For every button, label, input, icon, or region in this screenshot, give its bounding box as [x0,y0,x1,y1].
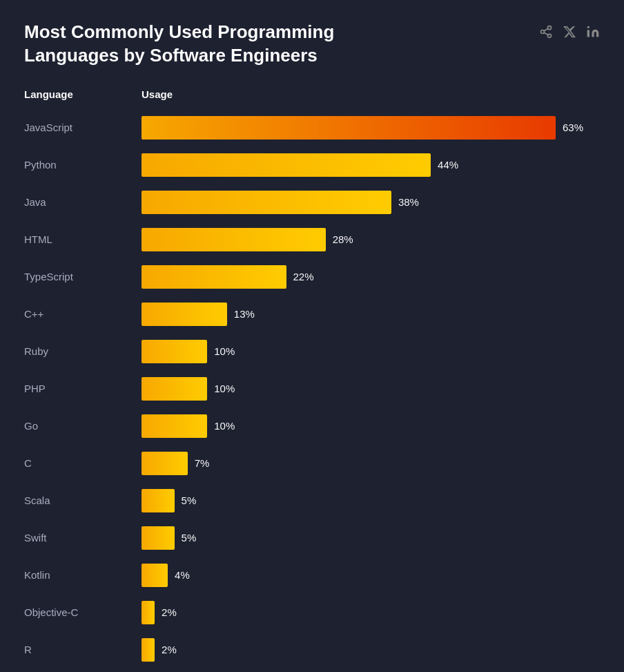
lang-label-kotlin: Kotlin [24,569,142,581]
bar-cpp [142,303,227,326]
pct-label-scala: 5% [182,495,197,506]
pct-label-kotlin: 4% [175,569,190,581]
col-usage-header: Usage [142,88,173,100]
lang-label-go: Go [24,420,142,432]
lang-label-html: HTML [24,233,142,245]
bar-row: C++13% [24,296,600,332]
bar-area-objc: 2% [142,601,600,624]
col-language-header: Language [24,88,142,100]
bar-php [142,377,207,401]
pct-label-objc: 2% [162,606,177,618]
bar-row: Swift5% [24,520,600,556]
pct-label-python: 44% [438,159,458,171]
pct-label-c: 7% [195,457,210,469]
bar-row: JavaScript63% [24,110,600,146]
bar-row: PHP10% [24,371,600,407]
bar-objc [142,601,155,624]
bar-row: Java38% [24,184,600,220]
twitter-icon[interactable] [563,25,576,42]
lang-label-objc: Objective-C [24,606,142,618]
pct-label-html: 28% [333,233,353,245]
bar-area-go: 10% [142,414,600,438]
column-headers: Language Usage [24,88,600,100]
bar-row: R2% [24,632,600,668]
page-wrapper: Most Commonly Used Programming Languages… [24,21,600,668]
pct-label-php: 10% [214,383,235,394]
linkedin-icon[interactable] [586,25,600,42]
bar-row: Ruby10% [24,334,600,369]
lang-label-typescript: TypeScript [24,271,142,282]
bar-javascript [142,116,556,140]
bar-area-ruby: 10% [142,340,600,363]
lang-label-python: Python [24,159,142,171]
bar-ruby [142,340,207,363]
share-icon[interactable] [539,25,553,42]
bar-row: HTML28% [24,222,600,258]
pct-label-swift: 5% [182,532,197,544]
pct-label-ruby: 10% [214,345,235,357]
pct-label-cpp: 13% [234,308,255,320]
bar-row: C7% [24,445,600,481]
lang-label-c: C [24,457,142,469]
bar-row: Go10% [24,408,600,444]
bar-area-java: 38% [142,191,600,214]
bar-area-scala: 5% [142,489,600,512]
lang-label-java: Java [24,196,142,208]
bar-java [142,191,391,214]
bar-row: Objective-C2% [24,595,600,631]
bar-area-php: 10% [142,377,600,401]
bar-kotlin [142,564,168,587]
bar-html [142,228,326,251]
bar-area-html: 28% [142,228,600,251]
bar-area-r: 2% [142,638,600,662]
lang-label-r: R [24,644,142,655]
bar-go [142,414,207,438]
chart-container: JavaScript63%Python44%Java38%HTML28%Type… [24,110,600,668]
pct-label-java: 38% [398,196,419,208]
pct-label-go: 10% [214,420,235,432]
bar-c [142,452,188,475]
bar-area-typescript: 22% [142,265,600,289]
lang-label-ruby: Ruby [24,345,142,357]
bar-area-kotlin: 4% [142,564,600,587]
pct-label-typescript: 22% [293,271,314,282]
bar-area-c: 7% [142,452,600,475]
pct-label-javascript: 63% [563,122,583,133]
bar-r [142,638,155,662]
bar-typescript [142,265,286,289]
bar-area-javascript: 63% [142,116,600,140]
page-title: Most Commonly Used Programming Languages… [24,21,425,68]
bar-row: Scala5% [24,483,600,519]
lang-label-javascript: JavaScript [24,122,142,133]
svg-line-4 [544,28,548,30]
lang-label-cpp: C++ [24,308,142,320]
bar-row: Kotlin4% [24,557,600,593]
bar-python [142,153,431,177]
bar-row: Python44% [24,147,600,183]
bar-row: TypeScript22% [24,259,600,295]
bar-area-cpp: 13% [142,303,600,326]
social-icons [539,25,600,42]
header: Most Commonly Used Programming Languages… [24,21,600,68]
pct-label-r: 2% [162,644,177,655]
bar-area-python: 44% [142,153,600,177]
svg-rect-5 [587,30,589,37]
bar-swift [142,526,175,550]
lang-label-swift: Swift [24,532,142,544]
svg-point-6 [587,26,589,28]
bar-area-swift: 5% [142,526,600,550]
svg-line-3 [544,32,548,35]
bar-scala [142,489,175,512]
lang-label-php: PHP [24,383,142,394]
lang-label-scala: Scala [24,495,142,506]
